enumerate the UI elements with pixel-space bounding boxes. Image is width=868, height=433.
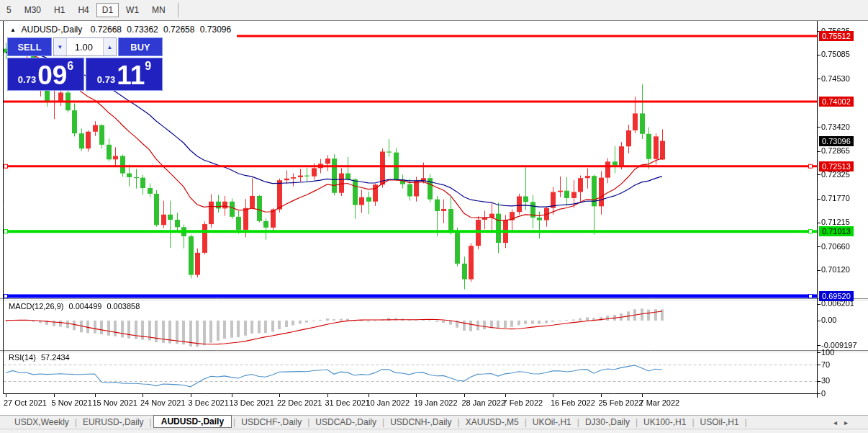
level-price-label: 0.69520 (819, 291, 854, 301)
timeframe-buttons: 5M30H1H4D1W1MN (0, 3, 184, 17)
timeframe-button-d1[interactable]: D1 (96, 3, 119, 17)
tab-separator: | (75, 417, 77, 427)
date-tick-label: 24 Nov 2021 (140, 398, 185, 407)
tab-separator: | (692, 417, 694, 427)
date-tick-label: 3 Dec 2021 (189, 398, 229, 407)
tab-scroll-right-icon[interactable]: ▸ (844, 419, 848, 427)
macd-indicator-label: MACD(12,26,9) 0.004499 0.003858 (9, 302, 140, 311)
date-tick-label: 7 Feb 2022 (503, 398, 543, 407)
tab-separator: | (307, 417, 309, 427)
sell-price-point: 6 (67, 60, 73, 73)
date-tick-label: 10 Jan 2022 (366, 398, 410, 407)
date-tick-label: 13 Dec 2021 (230, 398, 274, 407)
timeframe-button-w1[interactable]: W1 (120, 3, 145, 17)
price-tick-label: 0.71770 (821, 194, 850, 202)
date-tick-label: 27 Oct 2021 (4, 398, 47, 407)
tab-separator: | (525, 417, 527, 427)
chart-tab-bar: USDX,Weekly|EURUSD-,Daily|AUDUSD-,Daily|… (0, 415, 868, 429)
macd-signal-value: 0.003858 (107, 302, 140, 311)
chart-collapse-icon[interactable]: ▲ (10, 27, 16, 33)
volume-value[interactable]: 1.00 (67, 38, 103, 55)
tab-xauusdm5[interactable]: XAUUSD-,M5 (461, 416, 523, 428)
chart-symbol-label: AUDUSD-,Daily (22, 24, 83, 35)
tab-separator: | (577, 417, 579, 427)
volume-increase-icon[interactable]: ▲ (103, 38, 116, 55)
date-tick-label: 31 Dec 2021 (325, 398, 370, 407)
date-tick-label: 5 Nov 2021 (52, 398, 92, 407)
chart-caption: ▲ AUDUSD-,Daily 0.72668 0.73362 0.72658 … (4, 23, 237, 39)
mt4-window: 5M30H1H4D1W1MN ▲ AUDUSD-,Daily 0.72668 0… (0, 0, 868, 433)
tab-ukoilh1[interactable]: UKOil-,H1 (528, 416, 576, 428)
date-tick-label: 7 Mar 2022 (640, 398, 680, 407)
ohlc-open: 0.72668 (91, 24, 122, 35)
timeframe-button-h1[interactable]: H1 (48, 3, 71, 17)
tab-separator: | (233, 417, 235, 427)
macd-name: MACD(12,26,9) (9, 302, 63, 311)
date-tick-label: 25 Feb 2022 (599, 398, 643, 407)
tab-usdxweekly[interactable]: USDX,Weekly (10, 416, 73, 428)
price-tick-label: 0.73420 (821, 122, 850, 131)
tab-separator: | (382, 417, 384, 427)
tab-separator: | (150, 417, 152, 427)
date-tick-label: 28 Jan 2022 (462, 398, 506, 407)
timeframe-toolbar: 5M30H1H4D1W1MN (0, 0, 868, 21)
sell-button[interactable]: SELL (7, 37, 52, 56)
price-tick-label: 0.75085 (821, 50, 850, 58)
date-tick-label: 19 Jan 2022 (414, 398, 458, 407)
current-price-label: 0.73096 (819, 136, 854, 146)
price-tick-label: 0.70660 (821, 242, 850, 251)
volume-decrease-icon[interactable]: ▼ (54, 38, 67, 55)
sell-price-pips: 09 (37, 64, 67, 88)
macd-tick-label: 0.00 (821, 316, 836, 324)
tab-usdcnhdaily[interactable]: USDCNH-,Daily (386, 416, 456, 428)
tab-usdcaddaily[interactable]: USDCAD-,Daily (311, 416, 381, 428)
level-price-label: 0.72513 (819, 161, 854, 171)
tab-dj30daily[interactable]: DJ30-,Daily (581, 416, 634, 428)
tab-scroll-left-icon[interactable]: ◂ (833, 419, 837, 427)
buy-price-display[interactable]: 0.73 11 9 (86, 58, 163, 91)
tab-scroll-arrows: ◂ ▸ (833, 419, 848, 427)
ohlc-close: 0.73096 (200, 24, 231, 35)
tab-usoilh1[interactable]: USOil-,H1 (696, 416, 743, 428)
tab-separator: | (745, 417, 747, 427)
date-tick-label: 22 Dec 2021 (277, 398, 322, 407)
rsi-indicator-label: RSI(14) 57.2434 (9, 353, 70, 362)
tab-separator: | (636, 417, 638, 427)
ohlc-low: 0.72658 (163, 24, 194, 35)
sell-price-prefix: 0.73 (18, 74, 36, 85)
price-tick-label: 0.71215 (821, 218, 850, 226)
buy-button[interactable]: BUY (118, 37, 163, 56)
price-tick-label: 0.74530 (821, 74, 850, 83)
date-tick-label: 16 Feb 2022 (551, 398, 595, 407)
status-bar (0, 429, 868, 433)
date-tick-label: 15 Nov 2021 (93, 398, 137, 407)
volume-stepper[interactable]: ▼ 1.00 ▲ (53, 37, 117, 56)
timeframe-button-mn[interactable]: MN (146, 3, 171, 17)
timeframe-button-h4[interactable]: H4 (72, 3, 94, 17)
tab-separator: | (458, 417, 460, 427)
ohlc-high: 0.73362 (127, 24, 158, 35)
level-price-label: 0.71013 (819, 226, 854, 236)
one-click-trading-panel: SELL ▼ 1.00 ▲ BUY 0.73 09 6 0.73 11 9 (7, 37, 163, 91)
price-tick-label: 0.72865 (821, 146, 850, 155)
tab-audusddaily[interactable]: AUDUSD-,Daily (153, 415, 232, 428)
timeframe-button-5[interactable]: 5 (1, 3, 17, 17)
tab-usdchfdaily[interactable]: USDCHF-,Daily (237, 416, 306, 428)
rsi-tick-label: 70 (821, 360, 830, 369)
buy-price-prefix: 0.73 (97, 74, 115, 85)
rsi-tick-label: 30 (821, 376, 830, 385)
tab-eurusddaily[interactable]: EURUSD-,Daily (78, 416, 148, 428)
sell-price-display[interactable]: 0.73 09 6 (7, 58, 84, 91)
level-price-label: 0.75512 (819, 31, 854, 41)
price-tick-label: 0.70120 (821, 265, 850, 274)
timeframe-button-m30[interactable]: M30 (19, 3, 47, 17)
rsi-name: RSI(14) (9, 353, 36, 362)
rsi-current-value: 57.2434 (41, 353, 70, 362)
tab-uk100h1[interactable]: UK100-,H1 (639, 416, 690, 428)
rsi-tick-label: 100 (821, 348, 834, 357)
level-price-label: 0.74002 (819, 97, 854, 107)
macd-main-value: 0.004499 (68, 302, 101, 311)
chart-tabs: USDX,Weekly|EURUSD-,Daily|AUDUSD-,Daily|… (10, 416, 749, 429)
toolbar-separator (178, 3, 178, 17)
buy-price-point: 9 (145, 60, 151, 73)
